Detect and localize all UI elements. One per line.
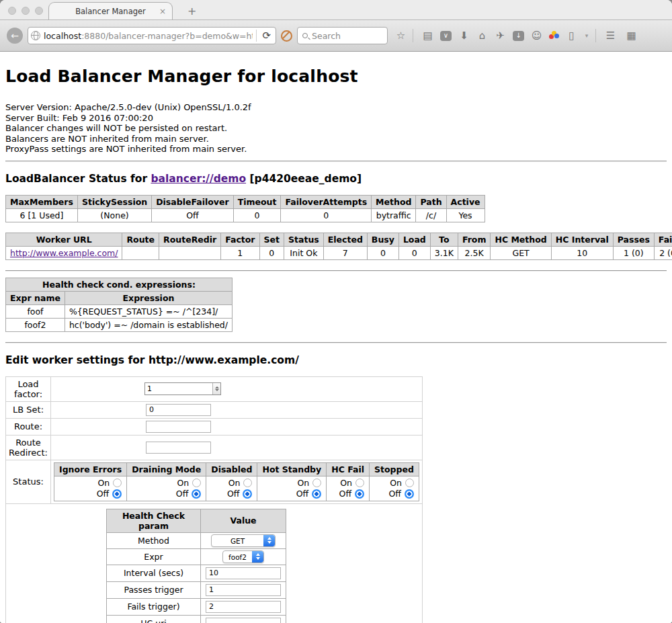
table-row: foof%{REQUEST_STATUS} =~ /^[234]/	[6, 304, 233, 318]
on-radio-button[interactable]	[355, 479, 364, 487]
off-radio-button[interactable]	[112, 489, 122, 499]
off-radio-button[interactable]	[192, 489, 201, 499]
content-blocked-icon[interactable]	[281, 30, 292, 42]
off-radio-button[interactable]	[243, 489, 252, 499]
reload-icon[interactable]: ⟳	[260, 30, 273, 42]
form-text-input[interactable]	[146, 442, 211, 454]
table-cell: 6 [1 Used]	[6, 208, 78, 222]
table-cell: 7	[323, 246, 367, 259]
navigation-toolbar: ← localhost:8880/balancer-manager?b=demo…	[0, 20, 672, 52]
bookmark-star-icon[interactable]: ☆	[395, 31, 407, 41]
new-tab-button[interactable]: +	[183, 5, 200, 19]
column-header: Path	[416, 195, 446, 208]
home-icon[interactable]: ⌂	[476, 31, 488, 41]
select-value: GET	[212, 535, 263, 546]
clipboard-icon[interactable]: ▤	[422, 31, 433, 41]
off-radio-button[interactable]	[355, 489, 364, 499]
search-icon	[302, 33, 308, 38]
column-header: Elected	[323, 233, 367, 246]
column-header: Worker URL	[6, 233, 122, 246]
toolbar-icon-group: ☆	[395, 31, 407, 41]
table-cell: (None)	[77, 208, 151, 222]
hc-param-input[interactable]	[206, 618, 281, 623]
edit-worker-form: Load factor:1LB Set:Route:Route Redirect…	[5, 376, 423, 623]
stepper-up-icon[interactable]	[215, 386, 219, 388]
worker-url-link[interactable]: http://www.example.com/	[10, 248, 118, 258]
hc-param-row: Passes trigger	[107, 581, 286, 598]
expr-select[interactable]: foof2	[222, 550, 264, 563]
lb-status-heading-prefix: LoadBalancer Status for	[5, 173, 151, 185]
number-stepper[interactable]	[212, 383, 220, 394]
select-value: foof2	[223, 551, 252, 563]
url-text[interactable]: localhost:8880/balancer-manager?b=demo&w…	[44, 31, 253, 41]
hc-param-label: Expr	[107, 548, 201, 565]
on-radio-button[interactable]	[405, 479, 414, 487]
on-radio-button[interactable]	[312, 479, 321, 487]
app-grid-icon[interactable]: ▦	[626, 31, 637, 41]
zoom-window-button[interactable]	[35, 7, 43, 15]
lb-status-heading-suffix: [p4420eeae_demo]	[246, 173, 362, 185]
radio-option: On	[132, 478, 201, 489]
overflow-caret-icon[interactable]: ▾	[584, 33, 589, 39]
page-title: Load Balancer Manager for localhost	[5, 67, 667, 86]
status-radio-cell: OnOff	[370, 476, 419, 501]
on-radio-button[interactable]	[192, 479, 201, 487]
hc-param-input[interactable]	[206, 601, 281, 613]
column-header: From	[458, 233, 491, 246]
battery-icon[interactable]: ▯	[566, 31, 577, 41]
form-field-label: Load factor:	[6, 376, 51, 401]
send-tab-icon[interactable]: ✈	[495, 31, 506, 41]
hc-param-input[interactable]	[206, 567, 281, 579]
table-cell: 2 (0)	[654, 246, 672, 259]
hc-param-value	[201, 565, 286, 581]
expr-name-cell: foof2	[6, 318, 65, 331]
radio-label: Off	[388, 489, 401, 499]
on-radio-button[interactable]	[243, 479, 252, 487]
minimize-window-button[interactable]	[22, 7, 30, 15]
download-box-icon[interactable]: ↓	[513, 31, 524, 41]
hc-param-label: Interval (secs)	[107, 565, 201, 581]
radio-option: Off	[211, 489, 252, 499]
form-text-input[interactable]	[146, 404, 211, 416]
menu-icon[interactable]: ☰	[605, 31, 616, 41]
chevron-down-icon	[267, 541, 271, 544]
server-info-line: Balancer changes will NOT be persisted o…	[5, 123, 667, 134]
feedback-smiley-icon[interactable]: ☺	[531, 31, 542, 41]
close-tab-icon[interactable]: ×	[159, 7, 166, 16]
load-factor-input[interactable]: 1	[144, 382, 221, 395]
radio-option: On	[374, 478, 414, 489]
close-window-button[interactable]	[8, 7, 16, 15]
stepper-down-icon[interactable]	[215, 389, 219, 391]
hc-param-value	[201, 615, 286, 623]
radio-option: Off	[331, 489, 364, 499]
on-radio-button[interactable]	[113, 479, 122, 487]
table-cell: 0	[398, 246, 430, 259]
off-radio-button[interactable]	[405, 489, 414, 499]
url-bar[interactable]: localhost:8880/balancer-manager?b=demo&w…	[28, 27, 276, 44]
hc-param-label: Method	[107, 532, 201, 548]
form-text-input[interactable]	[146, 421, 211, 433]
input-value: 1	[145, 383, 212, 394]
expr-name-cell: foof	[6, 304, 65, 318]
hc-param-value	[201, 581, 286, 598]
hc-param-label: Fails trigger)	[107, 598, 201, 615]
colors-icon[interactable]	[549, 31, 559, 41]
tab-strip: Balancer Manager × +	[0, 0, 672, 20]
pocket-icon[interactable]: ∨	[440, 31, 452, 41]
method-select[interactable]: GET	[211, 534, 276, 547]
window-controls[interactable]	[8, 7, 43, 15]
balancer-demo-link[interactable]: balancer://demo	[151, 173, 246, 185]
search-placeholder: Search	[312, 31, 341, 41]
status-column-header: Disabled	[206, 462, 257, 476]
hc-param-value: GET	[201, 532, 286, 548]
tab-balancer-manager[interactable]: Balancer Manager ×	[48, 2, 173, 19]
hc-param-input[interactable]	[206, 584, 281, 596]
table-row: 6 [1 Used](None)Off00bytraffic/c/Yes	[6, 208, 485, 222]
status-value-cell: Ignore ErrorsDraining ModeDisabledHot St…	[51, 460, 423, 503]
form-field-value	[51, 401, 423, 418]
back-button[interactable]: ←	[7, 28, 23, 44]
table-cell: 2.5K	[458, 246, 491, 259]
off-radio-button[interactable]	[312, 489, 321, 499]
downloads-icon[interactable]: ⬇	[458, 31, 470, 41]
search-input[interactable]: Search	[297, 27, 388, 44]
